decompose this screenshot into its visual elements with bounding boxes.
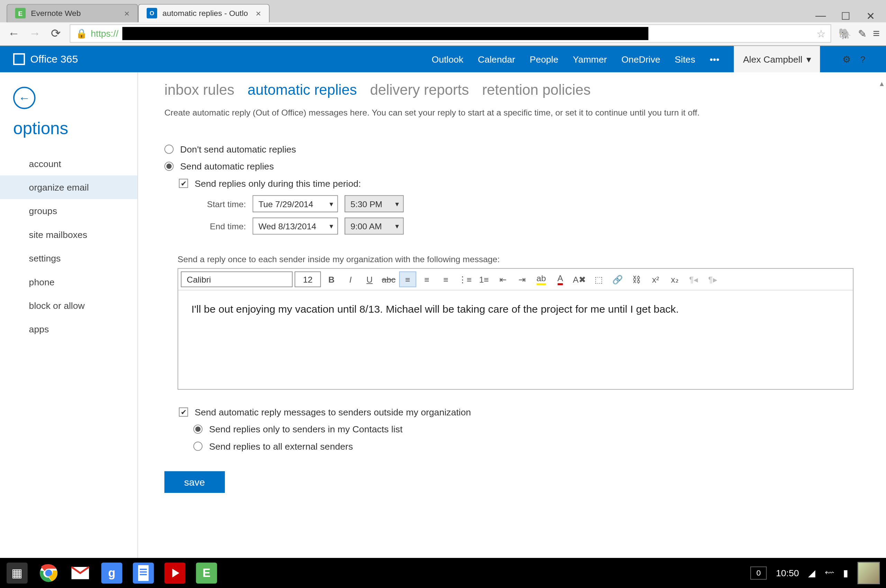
sidebar-item-block-allow[interactable]: block or allow [0,294,137,317]
nav-outlook[interactable]: Outlook [432,54,463,64]
url-input[interactable]: 🔒 https:// ☆ [69,24,831,43]
italic-icon[interactable]: I [342,272,359,287]
o365-logo[interactable]: Office 365 [13,53,78,65]
outdent-icon[interactable]: ⇤ [495,272,511,287]
back-icon[interactable]: ← [7,26,21,41]
superscript-icon[interactable]: x² [647,272,664,287]
minimize-icon[interactable]: — [814,10,827,22]
radio-all-external[interactable]: Send replies to all external senders [194,441,860,452]
options-title: options [0,116,137,152]
radio-contacts-only[interactable]: Send replies only to senders in my Conta… [194,424,860,434]
sidebar-item-site-mailboxes[interactable]: site mailboxes [0,223,137,246]
docs-app-icon[interactable] [133,562,154,584]
scroll-up-icon[interactable]: ▴ [880,79,884,88]
evernote-favicon-icon: E [15,8,26,18]
clock[interactable]: 10:50 [776,568,799,578]
notification-count[interactable]: 0 [750,567,767,580]
check-time-period[interactable]: Send replies only during this time perio… [179,178,860,189]
end-time-label: End time: [194,221,246,231]
radio-label: Send automatic replies [181,161,274,171]
remove-format-icon[interactable]: ⬚ [590,272,607,287]
settings-gear-icon[interactable]: ⚙ [842,54,851,64]
nav-sites[interactable]: Sites [675,54,695,64]
close-icon[interactable]: ✕ [864,10,877,22]
tab-close-icon[interactable]: × [124,8,130,18]
start-time-dropdown[interactable]: 5:30 PM [345,195,404,212]
radio-icon [194,442,203,451]
tab-close-icon[interactable]: × [256,8,261,18]
chrome-app-icon[interactable] [38,562,59,584]
bold-icon[interactable]: B [323,272,340,287]
unlink-icon[interactable]: ⛓ [628,272,645,287]
tab-retention-policies[interactable]: retention policies [482,82,591,99]
end-time-row: End time: Wed 8/13/2014 9:00 AM [194,218,860,234]
user-avatar[interactable] [857,562,880,585]
sidebar-item-apps[interactable]: apps [0,318,137,341]
end-time-dropdown[interactable]: 9:00 AM [345,218,404,234]
apps-grid-icon[interactable]: ▦ [7,562,28,584]
highlight-icon[interactable]: ab [533,272,550,287]
wifi-icon[interactable]: ⬳ [825,568,834,578]
browser-tab-evernote[interactable]: E Evernote Web × [7,3,138,22]
nav-people[interactable]: People [529,54,558,64]
evernote-app-icon[interactable]: E [196,562,217,584]
sidebar-item-settings[interactable]: settings [0,247,137,270]
radio-dont-send[interactable]: Don't send automatic replies [164,144,860,154]
user-menu[interactable]: Alex Campbell ▾ [734,46,820,72]
end-date-dropdown[interactable]: Wed 8/13/2014 [253,218,338,234]
bookmark-star-icon[interactable]: ☆ [817,27,826,40]
font-color-icon[interactable]: A [552,272,569,287]
forward-icon[interactable]: → [28,26,42,41]
strikethrough-icon[interactable]: abc [380,272,397,287]
font-family-select[interactable]: Calibri [181,272,293,287]
tab-automatic-replies[interactable]: automatic replies [247,82,357,99]
chrome-menu-icon[interactable]: ≡ [873,27,880,40]
sidebar-item-account[interactable]: account [0,152,137,176]
network-icon[interactable]: ◢ [808,568,815,578]
align-left-icon[interactable]: ≡ [399,272,416,287]
maximize-icon[interactable]: ☐ [839,10,852,22]
rtl-icon[interactable]: ¶▸ [704,272,721,287]
number-list-icon[interactable]: 1≡ [475,272,492,287]
user-name: Alex Campbell [743,54,803,64]
pocket-ext-icon[interactable]: ✎ [858,27,866,40]
help-icon[interactable]: ? [860,54,866,64]
battery-icon[interactable]: ▮ [843,568,848,578]
o365-brand: Office 365 [30,53,78,65]
align-right-icon[interactable]: ≡ [438,272,454,287]
radio-icon [194,424,203,434]
ltr-icon[interactable]: ¶◂ [685,272,702,287]
browser-tab-outlook[interactable]: O automatic replies - Outlo × [138,3,269,22]
nav-yammer[interactable]: Yammer [573,54,607,64]
reload-icon[interactable]: ⟳ [49,26,63,41]
subscript-icon[interactable]: x₂ [666,272,683,287]
align-center-icon[interactable]: ≡ [418,272,435,287]
check-external[interactable]: Send automatic reply messages to senders… [179,407,860,417]
nav-more[interactable]: ••• [710,54,719,64]
google-app-icon[interactable]: g [101,562,122,584]
sidebar-item-phone[interactable]: phone [0,270,137,294]
gmail-app-icon[interactable] [69,562,91,584]
link-icon[interactable]: 🔗 [609,272,626,287]
underline-icon[interactable]: U [361,272,378,287]
youtube-app-icon[interactable] [164,562,185,584]
font-size-select[interactable]: 12 [295,272,321,287]
sidebar-item-groups[interactable]: groups [0,199,137,223]
clear-format-icon[interactable]: A✖ [571,272,588,287]
radio-send[interactable]: Send automatic replies [164,161,860,171]
tab-title: automatic replies - Outlo [162,9,248,18]
back-button[interactable]: ← [13,87,36,109]
nav-calendar[interactable]: Calendar [478,54,515,64]
tab-inbox-rules[interactable]: inbox rules [164,82,234,99]
bullet-list-icon[interactable]: ⋮≡ [456,272,474,287]
svg-rect-6 [140,574,147,575]
tab-delivery-reports[interactable]: delivery reports [370,82,469,99]
save-button[interactable]: save [164,471,225,493]
editor-body[interactable]: I'll be out enjoying my vacation until 8… [178,291,853,389]
check-label: Send automatic reply messages to senders… [194,407,471,417]
indent-icon[interactable]: ⇥ [514,272,531,287]
start-date-dropdown[interactable]: Tue 7/29/2014 [253,195,338,212]
nav-onedrive[interactable]: OneDrive [621,54,660,64]
sidebar-item-organize-email[interactable]: organize email [0,176,137,199]
evernote-ext-icon[interactable]: 🐘 [838,27,851,40]
